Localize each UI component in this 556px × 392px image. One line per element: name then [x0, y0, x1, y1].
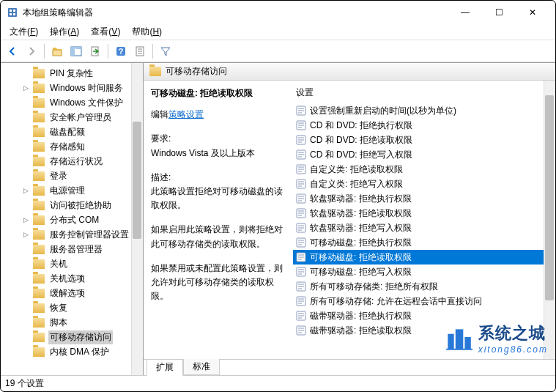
folder-icon	[33, 113, 45, 122]
tree-item-label: 缓解选项	[48, 286, 86, 300]
tree-item[interactable]: 脚本	[1, 315, 143, 330]
tree-expand-icon[interactable]: ▷	[21, 84, 30, 92]
folder-icon	[33, 318, 45, 328]
tree-expand-icon[interactable]: ▷	[21, 231, 30, 238]
close-button[interactable]: ✕	[516, 1, 549, 23]
toolbar: ?	[1, 40, 555, 62]
description-para2: 如果禁用或未配置此策略设置，则允许对此可移动存储类的读取权限。	[151, 262, 283, 304]
setting-item[interactable]: 设置强制重新启动的时间(以秒为单位)	[293, 103, 552, 118]
tree-expand-icon[interactable]: ▷	[21, 187, 30, 194]
setting-item[interactable]: CD 和 DVD: 拒绝执行权限	[293, 118, 552, 133]
forward-button[interactable]	[23, 42, 40, 60]
minimize-button[interactable]: —	[448, 1, 482, 23]
export-button[interactable]	[86, 42, 104, 60]
setting-item[interactable]: 可移动磁盘: 拒绝执行权限	[293, 235, 552, 250]
tree-item[interactable]: 磁盘配额	[1, 125, 143, 139]
tree-expand-icon[interactable]: ▷	[21, 216, 30, 223]
tree-item[interactable]: ▷服务控制管理器设置	[1, 227, 143, 242]
setting-item[interactable]: 软盘驱动器: 拒绝执行权限	[293, 191, 552, 206]
tree-scrollbar[interactable]	[131, 63, 143, 375]
setting-item[interactable]: 所有可移动存储: 允许在远程会话中直接访问	[293, 294, 552, 308]
policy-icon	[296, 208, 306, 218]
tree-item[interactable]: ▷分布式 COM	[1, 212, 143, 227]
policy-icon	[296, 252, 306, 262]
menu-action[interactable]: 操作(A)	[44, 24, 85, 40]
svg-rect-3	[10, 13, 12, 15]
tree-item[interactable]: 登录	[1, 169, 143, 183]
setting-label: 可移动磁盘: 拒绝写入权限	[310, 266, 412, 278]
setting-item[interactable]: 可移动磁盘: 拒绝读取权限	[293, 250, 552, 265]
settings-scrollbar[interactable]	[544, 81, 555, 359]
main-area: PIN 复杂性▷Windows 时间服务Windows 文件保护安全帐户管理员磁…	[1, 62, 555, 375]
show-hide-tree-button[interactable]	[67, 42, 85, 60]
tree-item[interactable]: 存储感知	[1, 139, 143, 154]
menu-help[interactable]: 帮助(H)	[126, 24, 168, 40]
tree-item-label: 恢复	[48, 301, 69, 315]
setting-label: 可移动磁盘: 拒绝执行权限	[310, 237, 412, 249]
tree-item[interactable]: 服务器管理器	[1, 242, 143, 256]
maximize-button[interactable]: ☐	[482, 1, 516, 23]
settings-pane[interactable]: 设置 设置强制重新启动的时间(以秒为单位)CD 和 DVD: 拒绝执行权限CD …	[290, 81, 555, 359]
folder-icon	[33, 84, 45, 93]
tree-item[interactable]: 访问被拒绝协助	[1, 198, 143, 212]
setting-item[interactable]: 可移动磁盘: 拒绝写入权限	[293, 265, 552, 279]
folder-icon	[33, 157, 45, 166]
up-button[interactable]	[48, 42, 66, 60]
policy-icon	[296, 296, 306, 306]
tree-item[interactable]: PIN 复杂性	[1, 66, 143, 81]
tree-scroll-thumb[interactable]	[133, 122, 141, 239]
requirements-label: 要求:	[151, 132, 283, 146]
properties-button[interactable]	[131, 42, 149, 60]
setting-label: 软盘驱动器: 拒绝读取权限	[310, 207, 412, 220]
tree-item[interactable]: ▷电源管理	[1, 183, 143, 198]
tab-extended[interactable]: 扩展	[147, 360, 183, 376]
setting-item[interactable]: CD 和 DVD: 拒绝读取权限	[293, 133, 552, 147]
tab-standard[interactable]: 标准	[183, 359, 220, 375]
edit-policy-link[interactable]: 策略设置	[168, 109, 204, 119]
tree-item[interactable]: 关机	[1, 256, 143, 271]
tree-item[interactable]: 可移动存储访问	[1, 330, 143, 344]
tree-item[interactable]: 关机选项	[1, 271, 143, 286]
description-section: 描述: 此策略设置拒绝对可移动磁盘的读取权限。	[151, 171, 283, 213]
folder-icon	[33, 347, 45, 357]
policy-icon	[296, 325, 306, 336]
tree-item-label: PIN 复杂性	[48, 67, 94, 81]
settings-column-header[interactable]: 设置	[293, 85, 552, 100]
policy-icon	[296, 135, 306, 145]
folder-icon	[33, 69, 45, 78]
settings-scroll-thumb[interactable]	[545, 95, 554, 300]
setting-item[interactable]: 软盘驱动器: 拒绝写入权限	[293, 221, 552, 235]
tree-item[interactable]: 安全帐户管理员	[1, 110, 143, 125]
view-tabs: 扩展 标准	[144, 359, 555, 375]
setting-item[interactable]: 软盘驱动器: 拒绝读取权限	[293, 206, 552, 221]
svg-rect-2	[13, 10, 15, 12]
setting-label: 软盘驱动器: 拒绝写入权限	[310, 222, 412, 234]
tree-item[interactable]: 内核 DMA 保护	[1, 344, 143, 359]
setting-item[interactable]: CD 和 DVD: 拒绝写入权限	[293, 147, 552, 162]
tree-pane[interactable]: PIN 复杂性▷Windows 时间服务Windows 文件保护安全帐户管理员磁…	[1, 63, 144, 375]
folder-icon	[33, 201, 45, 210]
menu-view[interactable]: 查看(V)	[85, 24, 126, 40]
tree-item[interactable]: 存储运行状况	[1, 154, 143, 169]
help-button[interactable]: ?	[112, 42, 130, 60]
tree-item[interactable]: 恢复	[1, 300, 143, 315]
setting-item[interactable]: 自定义类: 拒绝写入权限	[293, 177, 552, 191]
tree-item[interactable]: ▷Windows 时间服务	[1, 81, 143, 95]
watermark-logo-icon	[443, 323, 474, 354]
watermark: 系统之城 xitong86.com	[443, 322, 548, 355]
filter-button[interactable]	[157, 42, 174, 60]
setting-item[interactable]: 自定义类: 拒绝读取权限	[293, 162, 552, 177]
menu-file[interactable]: 文件(F)	[4, 24, 44, 40]
setting-item[interactable]: 所有可移动存储类: 拒绝所有权限	[293, 279, 552, 294]
policy-icon	[296, 106, 306, 116]
setting-label: 自定义类: 拒绝读取权限	[310, 163, 403, 176]
setting-item[interactable]: 磁带驱动器: 拒绝执行权限	[293, 308, 552, 323]
tree-item[interactable]: Windows 文件保护	[1, 95, 143, 110]
back-button[interactable]	[4, 42, 21, 60]
tree-item-label: Windows 时间服务	[48, 81, 125, 95]
tree-item-label: 电源管理	[48, 184, 86, 198]
setting-label: 自定义类: 拒绝写入权限	[310, 178, 403, 191]
policy-icon	[296, 120, 306, 130]
tree-item[interactable]: 缓解选项	[1, 286, 143, 300]
folder-icon	[149, 67, 161, 76]
